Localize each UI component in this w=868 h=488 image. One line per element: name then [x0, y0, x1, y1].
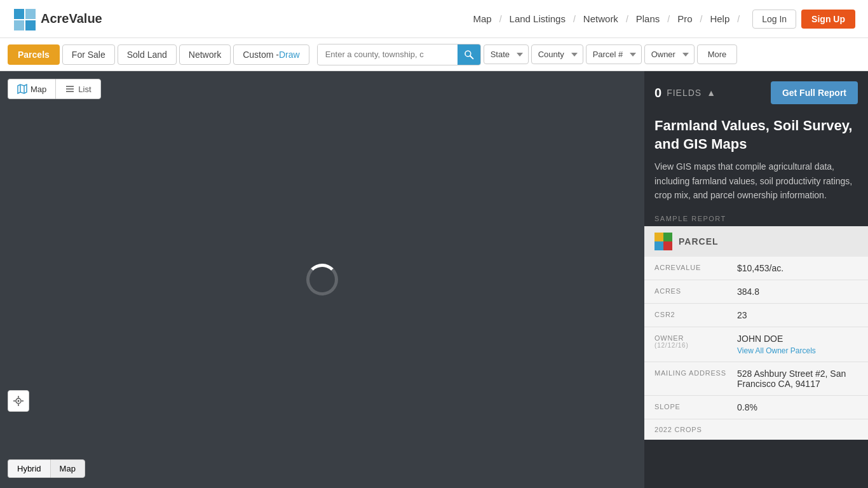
view-owner-parcels-link[interactable]: View All Owner Parcels — [737, 346, 816, 355]
slope-value: 0.8% — [737, 402, 757, 412]
map-icon — [17, 84, 27, 94]
main-content: Map List — [0, 71, 868, 488]
crops-label: 2022 CROPS — [654, 426, 702, 433]
loading-spinner — [306, 264, 338, 295]
report-row-acres: ACRES 384.8 — [644, 280, 868, 304]
svg-rect-19 — [663, 233, 672, 241]
logo-area: AcreValue — [13, 8, 102, 30]
list-view-button[interactable]: List — [55, 79, 100, 99]
panel-header: 0 FIELDS ▲ Get Full Report — [644, 71, 868, 112]
county-filter[interactable]: County — [531, 44, 583, 64]
parcel-filter[interactable]: Parcel # — [586, 44, 642, 64]
map-area: Map List — [0, 71, 644, 488]
acres-value: 384.8 — [737, 287, 759, 297]
csr2-label: CSR2 — [654, 310, 737, 318]
fields-count-area: 0 FIELDS ▲ — [654, 86, 715, 100]
nav-pro[interactable]: Pro — [672, 11, 697, 27]
report-row-owner: OWNER (12/12/16) JOHN DOE View All Owner… — [644, 327, 868, 362]
search-input[interactable] — [318, 44, 458, 64]
tab-network[interactable]: Network — [179, 44, 231, 65]
nav-map[interactable]: Map — [468, 11, 496, 27]
signup-button[interactable]: Sign Up — [801, 10, 855, 29]
tab-for-sale[interactable]: For Sale — [62, 44, 115, 65]
nav-plans[interactable]: Plans — [631, 11, 665, 27]
fields-chevron-icon: ▲ — [707, 88, 715, 98]
crops-section: 2022 CROPS — [644, 419, 868, 440]
search-icon — [464, 50, 474, 60]
svg-rect-1 — [25, 9, 36, 19]
slope-label: SLOPE — [654, 402, 737, 410]
owner-label: OWNER (12/12/16) — [654, 334, 737, 349]
panel-title: Farmland Values, Soil Survey, and GIS Ma… — [644, 112, 868, 159]
csr2-value: 23 — [737, 310, 747, 320]
login-button[interactable]: Log In — [752, 10, 796, 29]
panel-description: View GIS maps that compile agricultural … — [644, 159, 868, 211]
owner-value: JOHN DOE — [737, 334, 816, 344]
owner-filter[interactable]: Owner — [644, 44, 695, 64]
logo-text: AcreValue — [41, 11, 102, 26]
tab-parcels[interactable]: Parcels — [8, 44, 60, 65]
header: AcreValue Map / Land Listings / Network … — [0, 0, 868, 38]
svg-rect-0 — [14, 9, 24, 19]
svg-point-13 — [18, 400, 20, 402]
search-button[interactable] — [458, 44, 480, 65]
state-filter[interactable]: State — [484, 44, 529, 64]
map-type-toggle: Hybrid Map — [8, 459, 85, 478]
toolbar: Parcels For Sale Sold Land Network Custo… — [0, 38, 868, 71]
logo-icon — [13, 8, 36, 30]
report-row-mailing: MAILING ADDRESS 528 Ashbury Street #2, S… — [644, 362, 868, 396]
svg-marker-6 — [18, 85, 27, 93]
acres-label: ACRES — [654, 287, 737, 295]
svg-rect-21 — [663, 241, 672, 250]
mailing-value: 528 Ashbury Street #2, San Francisco CA,… — [737, 369, 858, 389]
tab-custom-draw[interactable]: Custom - Draw — [233, 44, 309, 65]
report-row-csr2: CSR2 23 — [644, 304, 868, 327]
side-panel: 0 FIELDS ▲ Get Full Report Farmland Valu… — [644, 71, 868, 488]
nav-network[interactable]: Network — [578, 11, 623, 27]
report-card: PARCEL ACREVALUE $10,453/ac. ACRES 384.8… — [644, 226, 868, 440]
svg-rect-18 — [654, 233, 663, 241]
svg-rect-3 — [25, 20, 36, 30]
svg-rect-20 — [654, 241, 663, 250]
location-button[interactable] — [8, 390, 29, 412]
parcel-icon — [654, 233, 672, 250]
report-card-header: PARCEL — [644, 226, 868, 257]
tab-sold-land[interactable]: Sold Land — [118, 44, 177, 65]
nav-land-listings[interactable]: Land Listings — [505, 11, 571, 27]
search-box — [317, 44, 481, 65]
nav-help[interactable]: Help — [705, 11, 735, 27]
report-row-acrevalue: ACREVALUE $10,453/ac. — [644, 257, 868, 280]
acrevalue-value: $10,453/ac. — [737, 263, 783, 273]
mailing-label: MAILING ADDRESS — [654, 369, 737, 377]
acrevalue-label: ACREVALUE — [654, 263, 737, 271]
map-view-button[interactable]: Map — [8, 79, 55, 99]
more-button[interactable]: More — [697, 44, 738, 64]
svg-line-5 — [470, 56, 473, 58]
fields-label: FIELDS — [667, 88, 702, 98]
list-icon — [65, 84, 75, 94]
report-row-slope: SLOPE 0.8% — [644, 396, 868, 419]
parcel-label: PARCEL — [679, 236, 719, 247]
map-view-toggle: Map List — [8, 79, 101, 99]
main-nav: Map / Land Listings / Network / Plans / … — [468, 11, 740, 27]
map-button[interactable]: Map — [50, 459, 85, 478]
hybrid-button[interactable]: Hybrid — [8, 459, 50, 478]
svg-rect-2 — [14, 20, 24, 30]
full-report-button[interactable]: Get Full Report — [771, 81, 858, 104]
fields-number: 0 — [654, 86, 661, 100]
location-icon — [13, 395, 24, 407]
sample-label: SAMPLE REPORT — [644, 211, 868, 226]
